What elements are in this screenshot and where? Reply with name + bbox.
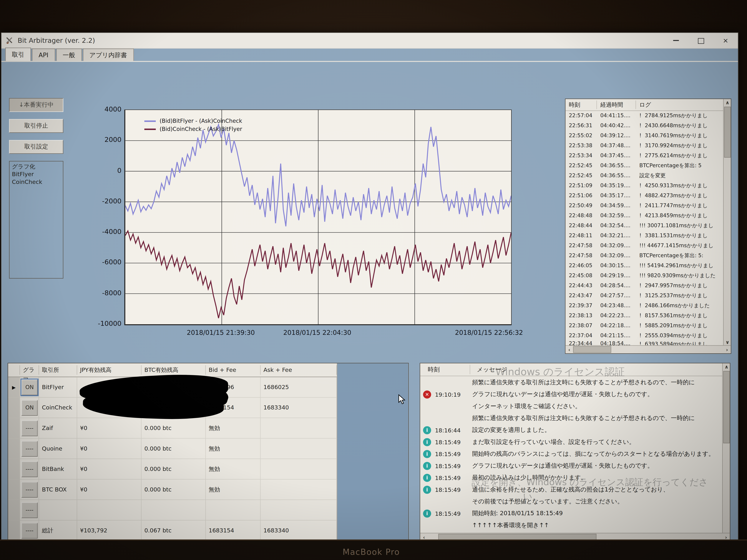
minimize-button[interactable] bbox=[664, 33, 689, 48]
log-row[interactable]: 22:57:0404:41:15....! 2784.9125msかかりまし bbox=[565, 111, 724, 121]
message-row[interactable]: i18:15:49通信に余裕を持たせるため、正確な残高の照会は1分ごととなってお… bbox=[420, 484, 723, 496]
restore-button[interactable] bbox=[689, 33, 713, 48]
legend-label: (Bid)CoinCheck - (Ask)BitFlyer bbox=[159, 126, 242, 132]
message-row[interactable]: ↑↑↑↑↑本番環境を開き↑↑ bbox=[420, 519, 723, 531]
message-row[interactable]: その前後では予想値となっています。ご注意ください。 bbox=[420, 496, 723, 508]
log-row[interactable]: 22:48:4804:32:59....! 4213.8459msかかりまし bbox=[565, 211, 724, 220]
message-text: 開始時刻: 2018/01/15 18:15:49 bbox=[466, 509, 563, 517]
y-tick-label: -6000 bbox=[74, 258, 122, 266]
message-row[interactable]: i18:16:44設定の変更を適用しました。 bbox=[420, 424, 723, 436]
message-row[interactable]: 頻繁に通信失敗する取引所は注文時にも失敗することが予想されるので、一時的に bbox=[420, 412, 723, 424]
scroll-up-icon[interactable]: ∧ bbox=[724, 100, 731, 105]
log-row[interactable]: 22:52:4504:36:55....BTCPercentageを算出: 5 bbox=[565, 161, 724, 170]
btc-balance-cell: 0.000 btc bbox=[141, 459, 206, 480]
graph-toggle-button[interactable]: ON bbox=[22, 400, 37, 416]
msg-vscroll-thumb[interactable] bbox=[723, 371, 730, 443]
log-row[interactable]: 22:38:1304:22:23....! 8157.5361msかかりまし bbox=[565, 311, 724, 321]
log-row[interactable]: 22:56:3104:40:42....! 2430.6648msかかりまし bbox=[565, 121, 724, 131]
log-horizontal-scrollbar[interactable]: ‹ › bbox=[565, 345, 731, 353]
message-text: 頻繁に通信失敗する取引所は注文時にも失敗することが予想されるので、一時的に bbox=[466, 414, 695, 422]
log-row[interactable]: 22:55:0204:39:12....! 3140.7619msかかりまし bbox=[565, 131, 724, 140]
log-row[interactable]: 22:34:4404:18:54....! 6393.5894msかかりまし bbox=[565, 341, 724, 346]
x-tick-label: 2018/01/15 22:04:30 bbox=[283, 328, 351, 336]
message-text: 最初の読み込みは少し時間がかかります。 bbox=[466, 474, 587, 482]
msg-col-message: メッセージ bbox=[470, 366, 507, 374]
listbox-item-2[interactable]: CoinCheck bbox=[12, 178, 63, 186]
message-row[interactable]: i18:15:49最初の読み込みは少し時間がかかります。 bbox=[420, 472, 723, 484]
table-row-blank-6[interactable]: ---- bbox=[8, 500, 337, 521]
scroll-left-icon[interactable]: ‹ bbox=[565, 347, 573, 352]
row-selector bbox=[8, 479, 20, 500]
message-row[interactable]: i18:15:49グラフに現れないデータは通信や処理が遅延・失敗したものです。 bbox=[420, 460, 723, 472]
ask-fee-cell bbox=[261, 438, 337, 459]
message-vertical-scrollbar[interactable]: ∧ bbox=[722, 363, 730, 533]
graph-toggle-button[interactable]: ---- bbox=[22, 502, 37, 518]
y-tick-label: 2000 bbox=[74, 136, 122, 143]
log-row[interactable]: 22:50:4904:34:59....! 2411.7747msかかりまし bbox=[565, 201, 724, 211]
table-row-Quoine[interactable]: ----Quoine¥00.000 btc無効 bbox=[8, 438, 337, 459]
live-run-button[interactable]: ↓本番実行中 bbox=[9, 98, 63, 112]
log-row[interactable]: 22:38:0704:22:18....! 5885.2091msかかりまし bbox=[565, 321, 724, 330]
scroll-up-icon[interactable]: ∧ bbox=[723, 364, 730, 369]
log-vertical-scrollbar[interactable]: ∧ ∨ bbox=[723, 99, 731, 346]
table-row-BTC BOX[interactable]: ----BTC BOX¥00.000 btc無効 bbox=[8, 479, 337, 500]
message-row[interactable]: 頻繁に通信失敗する取引所は注文時にも失敗することが予想されるので、一時的に bbox=[420, 377, 723, 389]
graph-toggle-button[interactable]: ---- bbox=[22, 523, 37, 538]
log-row[interactable]: 22:47:5804:32:09....!!! 44677.1415msかかりま… bbox=[565, 241, 724, 250]
trade-settings-button[interactable]: 取引設定 bbox=[9, 140, 63, 154]
tab-dictionary[interactable]: アプリ内辞書 bbox=[83, 49, 134, 61]
row-selector bbox=[8, 438, 20, 459]
message-row[interactable]: i18:15:49まだ取引設定を行っていない場合、設定を行ってください。 bbox=[420, 436, 723, 448]
scroll-right-icon[interactable]: › bbox=[722, 534, 730, 540]
log-row[interactable]: 22:39:3704:23:48....! 2486.166msかかりました bbox=[565, 300, 724, 311]
listbox-item-0[interactable]: グラフ化 bbox=[12, 163, 63, 170]
scroll-left-icon[interactable]: ‹ bbox=[420, 534, 428, 540]
tab-general[interactable]: 一般 bbox=[56, 49, 82, 61]
message-row[interactable]: i18:15:49開始時刻: 2018/01/15 18:15:49 bbox=[420, 508, 723, 519]
graph-toggle-button[interactable]: ---- bbox=[22, 461, 37, 477]
col-graph: グラフ bbox=[20, 365, 39, 375]
message-row[interactable]: ✕19:10:19グラフに現れないデータは通信や処理が遅延・失敗したものです。 bbox=[420, 389, 723, 400]
chart-plot: (Bid)BitFlyer - (Ask)CoinCheck(Bid)CoinC… bbox=[124, 109, 512, 325]
exchange-cell: BitBank bbox=[39, 459, 77, 480]
log-vscroll-thumb[interactable] bbox=[724, 107, 731, 158]
log-row[interactable]: 22:37:0404:21:15....! 2555.0394msかかりまし bbox=[565, 330, 724, 341]
log-row[interactable]: 22:43:4704:27:57....! 3125.2537msかかりまし bbox=[565, 291, 724, 300]
log-row[interactable]: 22:53:3804:37:48....! 3170.9924msかかりまし bbox=[565, 140, 724, 151]
graph-toggle-button[interactable]: ---- bbox=[22, 420, 37, 436]
tab-api[interactable]: API bbox=[32, 49, 55, 61]
log-row[interactable]: 22:46:0504:30:15....!!! 54194.2961msかかりま… bbox=[565, 261, 724, 271]
error-icon: ✕ bbox=[423, 391, 431, 399]
log-row[interactable]: 22:51:0604:35:17....! 4882.4273msかかりまし bbox=[565, 191, 724, 201]
table-row-総計[interactable]: ----総計¥103,7920.067 btc16831541683340 bbox=[8, 521, 337, 540]
log-row[interactable]: 22:51:0904:35:19....! 4250.9313msかかりまし bbox=[565, 181, 724, 191]
log-row[interactable]: 22:52:4504:36:55....設定を変更 bbox=[565, 170, 724, 181]
log-row[interactable]: 22:45:0804:29:19....!!! 9820.9309msかかりまし… bbox=[565, 271, 724, 281]
info-icon: i bbox=[423, 509, 431, 517]
log-row[interactable]: 22:48:4404:32:54....!!! 30071.1081msかかりま… bbox=[565, 220, 724, 231]
table-row-BitBank[interactable]: ----BitBank¥00.000 btc無効 bbox=[8, 459, 337, 480]
graph-toggle-button[interactable]: ---- bbox=[22, 482, 37, 498]
log-row[interactable]: 22:48:1104:32:21....! 3381.1531msかかりまし bbox=[565, 231, 724, 241]
y-tick-label: -8000 bbox=[74, 289, 122, 296]
scroll-right-icon[interactable]: › bbox=[723, 347, 731, 352]
close-button[interactable]: × bbox=[713, 33, 738, 48]
row-selector bbox=[8, 500, 20, 521]
log-hscroll-thumb[interactable] bbox=[573, 346, 611, 353]
ask-fee-cell bbox=[261, 500, 337, 521]
tab-trade[interactable]: 取引 bbox=[5, 48, 31, 61]
row-selector bbox=[8, 521, 20, 540]
log-row[interactable]: 22:44:4304:28:54....! 2947.9957msかかりまし bbox=[565, 281, 724, 291]
bid-fee-cell bbox=[206, 500, 261, 521]
graph-toggle-button[interactable]: ON bbox=[22, 379, 37, 395]
message-row[interactable]: i18:15:49開始時の残高のバランスによっては、損になってからのスタートとな… bbox=[420, 448, 723, 460]
col-exchange: 取引所 bbox=[39, 365, 77, 375]
log-row[interactable]: 22:53:3404:37:45....! 2775.6214msかかりまし bbox=[565, 151, 724, 161]
message-row[interactable]: インターネット環境をご確認ください。 bbox=[420, 401, 723, 412]
table-row-Zaif[interactable]: ----Zaif¥00.000 btc無効 bbox=[8, 418, 337, 439]
graph-toggle-button[interactable]: ---- bbox=[22, 441, 37, 456]
listbox-item-1[interactable]: BitFlyer bbox=[12, 170, 63, 178]
stop-trading-button[interactable]: 取引停止 bbox=[9, 119, 63, 133]
scroll-down-icon[interactable]: ∨ bbox=[724, 340, 731, 345]
log-row[interactable]: 22:47:5804:32:09....BTCPercentageを算出: 5: bbox=[565, 250, 724, 261]
